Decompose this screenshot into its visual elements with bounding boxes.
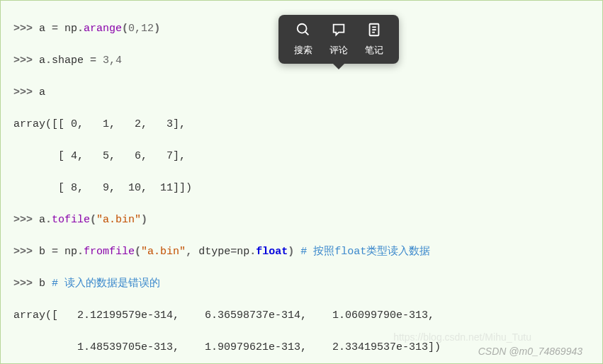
dot: . — [45, 214, 52, 226]
kwarg: dtype — [198, 246, 230, 258]
comment-button[interactable]: 评论 — [321, 21, 356, 58]
args: 0,12 — [128, 23, 154, 35]
str: "a.bin" — [141, 246, 186, 258]
attr: shape — [52, 55, 90, 67]
output: 1.48539705e-313, 1.90979621e-313, 2.3341… — [13, 340, 590, 356]
comment: # 读入的数据是错误的 — [52, 278, 160, 290]
note-label: 笔记 — [365, 43, 383, 57]
svg-line-1 — [305, 32, 309, 35]
module: np — [64, 23, 77, 35]
paren: ( — [135, 246, 141, 258]
comma: , — [186, 246, 198, 258]
floating-toolbar: 搜索 评论 笔记 — [278, 15, 399, 64]
prompt: >>> — [13, 86, 39, 98]
paren: ) — [288, 246, 294, 258]
comment-label: 评论 — [329, 43, 348, 57]
eq: = — [230, 246, 237, 258]
prompt: >>> — [13, 23, 39, 35]
func: fromfile — [84, 246, 135, 258]
kw: float — [256, 246, 288, 258]
comment-icon — [331, 22, 346, 43]
module: np — [237, 246, 249, 258]
paren: ( — [122, 23, 128, 35]
dot: . — [77, 23, 84, 35]
dot: . — [249, 246, 256, 258]
dot: . — [77, 246, 84, 258]
output: [ 8, 9, 10, 11]]) — [13, 181, 590, 197]
var: a — [39, 86, 45, 98]
output: array([ 2.12199579e-314, 6.36598737e-314… — [13, 308, 590, 324]
eq: = — [52, 246, 64, 258]
str: "a.bin" — [96, 214, 141, 226]
paren: ) — [154, 23, 160, 35]
paren: ) — [141, 214, 147, 226]
dot: . — [45, 55, 52, 67]
func: arange — [84, 23, 122, 35]
output: array([[ 0, 1, 2, 3], — [13, 117, 590, 133]
var: a — [39, 214, 45, 226]
var: b — [39, 246, 52, 258]
comment: # 按照float类型读入数据 — [294, 246, 430, 258]
var: a — [39, 23, 52, 35]
prompt: >>> — [13, 55, 39, 67]
var: a — [39, 55, 45, 67]
note-button[interactable]: 笔记 — [356, 21, 392, 58]
val: 3,4 — [103, 55, 122, 67]
svg-point-0 — [298, 24, 307, 33]
var: b — [39, 278, 52, 290]
module: np — [64, 246, 77, 258]
paren: ( — [90, 214, 96, 226]
prompt: >>> — [13, 246, 39, 258]
eq: = — [52, 23, 64, 35]
note-icon — [366, 22, 382, 43]
func: tofile — [52, 214, 90, 226]
prompt: >>> — [13, 278, 39, 290]
search-label: 搜索 — [294, 43, 312, 57]
search-button[interactable]: 搜索 — [286, 21, 321, 58]
output: [ 4, 5, 6, 7], — [13, 149, 590, 165]
search-icon — [295, 22, 311, 43]
prompt: >>> — [13, 214, 39, 226]
eq: = — [90, 55, 103, 67]
